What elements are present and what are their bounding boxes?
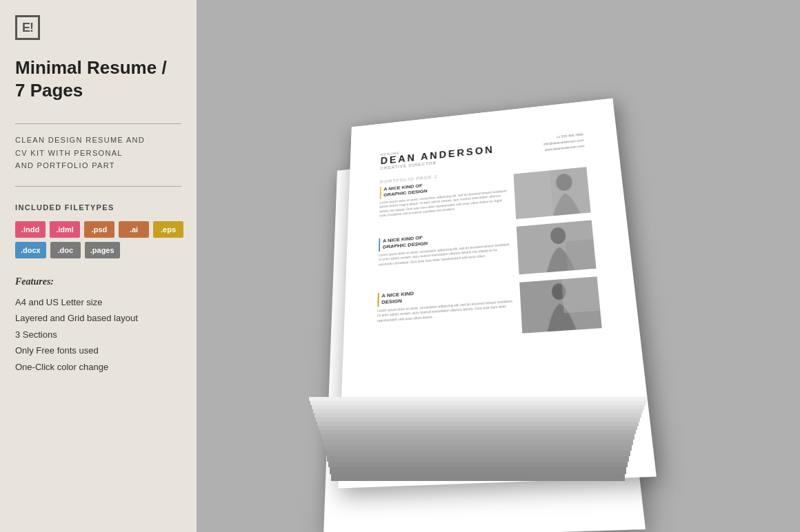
filetypes-grid: .indd .idml .psd .ai .eps .docx .doc .pa… xyxy=(15,221,181,258)
product-title: Minimal Resume /7 Pages xyxy=(15,57,181,101)
features-heading: Features: xyxy=(15,276,181,287)
resume-header-row: Resume Dean Anderson Creative Director +… xyxy=(380,132,585,175)
logo-area: E! xyxy=(15,15,181,40)
mockup-container: Resume Dean Anderson Creative Director +… xyxy=(257,45,740,514)
badge-eps: .eps xyxy=(153,221,183,238)
person-svg-3 xyxy=(519,276,602,333)
stack-15 xyxy=(328,462,628,467)
title-divider xyxy=(15,123,181,124)
svg-rect-2 xyxy=(513,170,552,219)
stack-11 xyxy=(323,440,633,445)
feature-5: One-Click color change xyxy=(15,359,181,375)
sidebar: E! Minimal Resume /7 Pages Clean design … xyxy=(0,0,197,532)
badge-pages: .pages xyxy=(85,242,120,258)
person-photo-3 xyxy=(519,276,602,333)
svg-rect-5 xyxy=(565,239,596,271)
stack-10 xyxy=(321,434,634,440)
portfolio-image-1 xyxy=(513,167,590,219)
filetypes-row-1: .indd .idml .psd .ai .eps xyxy=(15,221,181,238)
person-svg-2 xyxy=(516,220,596,274)
portfolio-text-1: A Nice Kind ofGraphic Design Lorem ipsum… xyxy=(379,174,509,231)
logo-icon: E! xyxy=(15,15,40,40)
stack-13 xyxy=(326,451,630,456)
badge-ai: .ai xyxy=(119,221,149,238)
stack-14 xyxy=(327,456,629,462)
main-preview-area: Resume Dean Anderson Creative Director +… xyxy=(197,0,800,532)
portfolio-section-2: A Nice Kind ofGraphic Design Lorem ipsum… xyxy=(378,220,596,285)
feature-2: Layered and Grid based layout xyxy=(15,310,181,326)
person-photo-1 xyxy=(513,167,590,219)
badge-docx: .docx xyxy=(15,242,46,258)
feature-1: A4 and US Letter size xyxy=(15,294,181,310)
feature-3: 3 Sections xyxy=(15,327,181,342)
person-svg-1 xyxy=(513,167,590,219)
portfolio-text-3: A Nice KindDesign Lorem ipsum dolor sit … xyxy=(377,283,515,343)
portfolio-section-3: A Nice KindDesign Lorem ipsum dolor sit … xyxy=(377,276,601,342)
contact-info: +1 555 456 7890 info@deananderson.com ww… xyxy=(543,132,585,154)
person-photo-2 xyxy=(516,220,596,274)
filetypes-row-2: .docx .doc .pages xyxy=(15,242,181,258)
portfolio-text-2: A Nice Kind ofGraphic Design Lorem ipsum… xyxy=(378,227,512,286)
filetypes-label: Included Filetypes xyxy=(15,203,181,212)
svg-rect-8 xyxy=(561,276,600,313)
features-section: Features: A4 and US Letter size Layered … xyxy=(15,276,181,375)
stack-16 xyxy=(330,467,626,474)
badge-idml: .idml xyxy=(50,221,80,238)
stack-12 xyxy=(324,445,632,451)
feature-4: Only Free fonts used xyxy=(15,342,181,358)
badge-doc: .doc xyxy=(50,242,81,258)
portfolio-image-3 xyxy=(519,276,602,333)
product-description: Clean design resume and cv kit with pers… xyxy=(15,134,181,172)
portfolio-image-2 xyxy=(516,220,596,274)
badge-psd: .psd xyxy=(84,221,114,238)
stack-17 xyxy=(331,474,625,481)
badge-indd: .indd xyxy=(15,221,46,238)
desc-divider xyxy=(15,186,181,187)
